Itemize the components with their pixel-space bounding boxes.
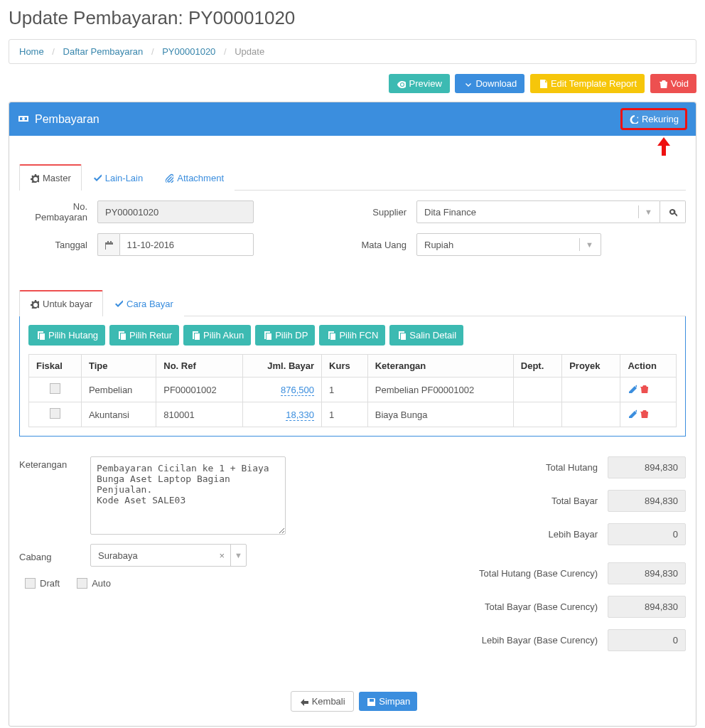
pilih-fcn-button[interactable]: Pilih FCN: [319, 325, 385, 346]
money-icon: [18, 113, 31, 126]
lebih-bayar-label: Lebih Bayar: [549, 529, 608, 540]
cell-jml[interactable]: 876,500: [243, 378, 322, 402]
total-hutang-base-label: Total Hutang (Base Curency): [479, 568, 608, 579]
col-action: Action: [620, 355, 677, 378]
cell-proyek: [562, 402, 620, 427]
eye-icon: [397, 79, 406, 88]
total-hutang-base-value: 894,830: [608, 562, 686, 584]
lebih-bayar-base-label: Lebih Bayar (Base Curency): [482, 635, 608, 646]
detail-actions: Pilih Hutang Pilih Retur Pilih Akun Pili…: [28, 325, 677, 346]
kembali-button[interactable]: Kembali: [291, 691, 354, 712]
cabang-select[interactable]: Surabaya × ▼: [90, 544, 247, 567]
toolbar: Preview Download Edit Template Report Vo…: [9, 74, 696, 93]
download-button[interactable]: Download: [455, 74, 524, 93]
tab-attachment[interactable]: Attachment: [154, 164, 235, 191]
supplier-search-button[interactable]: [660, 200, 686, 223]
copy-icon: [117, 331, 126, 340]
col-dept: Dept.: [513, 355, 561, 378]
cell-jml[interactable]: 18,330: [243, 402, 322, 427]
search-icon: [668, 208, 677, 217]
cell-tipe: Pembelian: [81, 378, 156, 402]
breadcrumb-current: Update: [235, 46, 264, 57]
breadcrumb-id[interactable]: PY00001020: [162, 46, 215, 57]
chevron-down-icon[interactable]: ▼: [230, 545, 246, 566]
tanggal-input[interactable]: [119, 233, 254, 256]
clip-icon: [164, 173, 173, 183]
download-icon: [463, 79, 472, 88]
edit-icon[interactable]: [628, 385, 637, 395]
col-jml: Jml. Bayar: [243, 355, 322, 378]
panel-pembayaran: Pembayaran Rekuring Master Lain-Lain Att…: [9, 102, 696, 727]
cell-kurs: 1: [322, 378, 368, 402]
pilih-akun-button[interactable]: Pilih Akun: [183, 325, 251, 346]
cell-noref: PF00001002: [156, 378, 243, 402]
trash-icon: [658, 79, 667, 88]
gears-icon: [30, 173, 39, 183]
col-fiskal: Fiskal: [29, 355, 82, 378]
row-fiskal-checkbox[interactable]: [50, 408, 60, 419]
no-pembayaran-input: [97, 200, 254, 223]
supplier-label: Supplier: [352, 207, 416, 218]
chevron-down-icon: ▼: [579, 238, 593, 251]
mata-uang-select[interactable]: Rupiah▼: [416, 233, 601, 256]
copy-icon: [262, 331, 271, 340]
tab-lain-lain[interactable]: Lain-Lain: [82, 164, 154, 191]
chevron-down-icon: ▼: [638, 205, 652, 218]
total-bayar-base-label: Total Bayar (Base Curency): [485, 601, 608, 612]
back-icon: [299, 697, 308, 706]
refresh-icon: [629, 114, 638, 124]
breadcrumb: Home / Daftar Pembayaran / PY00001020 / …: [9, 39, 696, 64]
total-bayar-label: Total Bayar: [551, 496, 608, 506]
trash-icon[interactable]: [639, 410, 648, 420]
breadcrumb-list[interactable]: Daftar Pembayaran: [63, 46, 144, 57]
draft-checkbox[interactable]: Draft: [25, 578, 60, 589]
rekuring-highlight: Rekuring: [620, 108, 687, 130]
page-title: Update Pembayaran: PY00001020: [9, 7, 696, 29]
tab-cara-bayar[interactable]: Cara Bayar: [103, 290, 184, 316]
lebih-bayar-base-value: 0: [608, 629, 686, 651]
copy-icon: [397, 331, 406, 340]
keterangan-textarea[interactable]: [90, 456, 286, 535]
pilih-hutang-button[interactable]: Pilih Hutang: [28, 325, 105, 346]
file-icon: [538, 79, 547, 88]
total-hutang-label: Total Hutang: [546, 462, 608, 473]
salin-detail-button[interactable]: Salin Detail: [389, 325, 463, 346]
no-pembayaran-label: No. Pembayaran: [19, 201, 97, 223]
edit-template-button[interactable]: Edit Template Report: [530, 74, 645, 93]
edit-icon[interactable]: [628, 410, 637, 420]
tab-master[interactable]: Master: [19, 164, 82, 191]
col-ket: Keterangan: [367, 355, 513, 378]
tanggal-label: Tanggal: [19, 240, 97, 250]
trash-icon[interactable]: [639, 385, 648, 395]
lebih-bayar-value: 0: [608, 523, 686, 545]
auto-checkbox[interactable]: Auto: [77, 578, 111, 589]
col-tipe: Tipe: [81, 355, 156, 378]
col-proyek: Proyek: [562, 355, 620, 378]
void-button[interactable]: Void: [650, 74, 696, 93]
preview-button[interactable]: Preview: [389, 74, 450, 93]
calendar-icon[interactable]: [97, 233, 119, 256]
cell-noref: 810001: [156, 402, 243, 427]
detail-table: Fiskal Tipe No. Ref Jml. Bayar Kurs Kete…: [28, 354, 677, 427]
row-fiskal-checkbox[interactable]: [50, 383, 60, 394]
pilih-retur-button[interactable]: Pilih Retur: [109, 325, 179, 346]
breadcrumb-home[interactable]: Home: [19, 46, 44, 57]
total-hutang-value: 894,830: [608, 456, 686, 478]
save-icon: [366, 697, 375, 706]
copy-icon: [326, 331, 335, 340]
simpan-button[interactable]: Simpan: [359, 692, 417, 711]
table-row: PembelianPF00001002876,5001Pembelian PF0…: [29, 378, 677, 402]
clear-icon[interactable]: ×: [213, 550, 230, 561]
cell-dept: [513, 402, 561, 427]
check-icon: [114, 299, 123, 309]
col-kurs: Kurs: [322, 355, 368, 378]
total-bayar-base-value: 894,830: [608, 596, 686, 618]
pilih-dp-button[interactable]: Pilih DP: [255, 325, 315, 346]
table-row: Akuntansi81000118,3301Biaya Bunga: [29, 402, 677, 427]
copy-icon: [190, 331, 200, 340]
rekuring-button[interactable]: Rekuring: [623, 110, 685, 128]
tab-untuk-bayar[interactable]: Untuk bayar: [19, 290, 103, 316]
supplier-select[interactable]: Dita Finance▼: [416, 200, 660, 223]
cell-proyek: [562, 378, 620, 402]
check-icon: [92, 173, 102, 183]
